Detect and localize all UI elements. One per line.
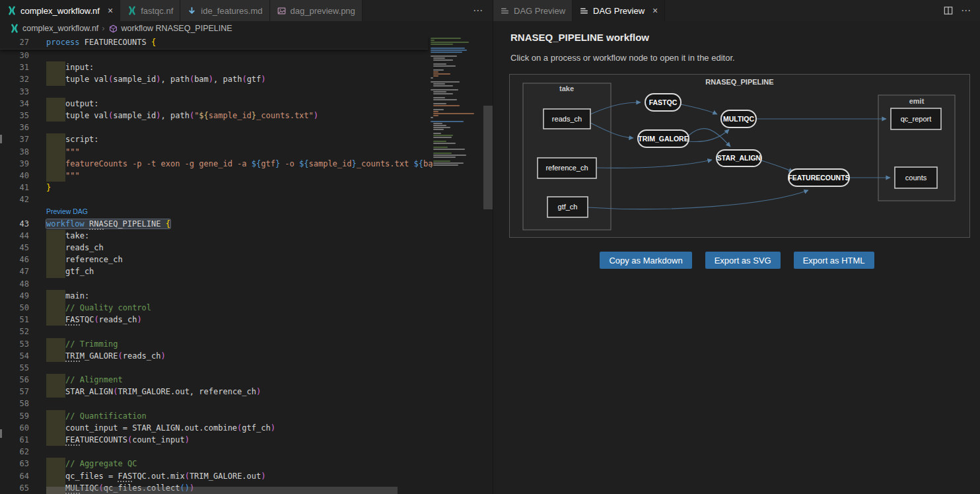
preview-icon: [500, 6, 510, 16]
line-number: 58: [0, 398, 29, 409]
code-line[interactable]: 34output:: [0, 98, 493, 110]
dag-process-node-MULTIQC[interactable]: MULTIQC: [721, 110, 756, 127]
code-line[interactable]: 64qc_files = FASTQC.out.mix(TRIM_GALORE.…: [0, 470, 493, 482]
svg-text:reference_ch: reference_ch: [545, 164, 588, 172]
editor-group-right: DAG Preview DAG Preview × ⋯ RNASEQ_PIPEL…: [493, 0, 980, 494]
code-line[interactable]: 51FASTQC(reads_ch): [0, 314, 493, 326]
code-line[interactable]: 35tuple val(sample_id), path("${sample_i…: [0, 110, 493, 122]
line-number: 30: [0, 50, 29, 61]
svg-text:gtf_ch: gtf_ch: [558, 203, 578, 211]
dag-process-node-TRIM_GALORE[interactable]: TRIM_GALORE: [638, 130, 689, 147]
code-line[interactable]: 48: [0, 278, 493, 290]
breadcrumb-symbol[interactable]: workflow RNASEQ_PIPELINE: [122, 24, 232, 33]
tab-dag-preview-inactive[interactable]: DAG Preview: [493, 0, 573, 21]
code-line[interactable]: 61FEATURECOUNTS(count_input): [0, 434, 493, 446]
code-line[interactable]: 60count_input = STAR_ALIGN.out.combine(g…: [0, 422, 493, 434]
dag-cluster-label: emit: [909, 97, 925, 105]
close-icon[interactable]: ×: [652, 6, 658, 15]
tab-complex-workflow[interactable]: complex_workflow.nf ×: [0, 0, 120, 21]
code-line[interactable]: 44take:: [0, 230, 493, 242]
split-editor-icon[interactable]: [943, 6, 953, 16]
tab-label: fastqc.nf: [141, 6, 173, 16]
tab-fastqc[interactable]: fastqc.nf: [120, 0, 180, 21]
more-actions-icon[interactable]: ⋯: [961, 5, 971, 17]
code-line[interactable]: 59// Quantification: [0, 410, 493, 422]
line-number: 49: [0, 290, 29, 302]
line-number: 42: [0, 194, 29, 205]
copy-as-markdown-button[interactable]: Copy as Markdown: [600, 252, 691, 269]
dag-process-node-STAR_ALIGN[interactable]: STAR_ALIGN: [717, 150, 761, 166]
export-as-svg-button[interactable]: Export as SVG: [705, 252, 781, 269]
line-number: 37: [0, 133, 29, 145]
breadcrumb: complex_workflow.nf › workflow RNASEQ_PI…: [0, 21, 493, 36]
tab-ide-features[interactable]: ide_features.md: [180, 0, 269, 21]
line-number: 53: [0, 338, 29, 350]
code-lines[interactable]: 3031input:32tuple val(sample_id), path(b…: [0, 50, 493, 494]
code-line[interactable]: 32tuple val(sample_id), path(bam), path(…: [0, 73, 493, 85]
code-line[interactable]: 56// Alignment: [0, 374, 493, 386]
right-tab-bar: DAG Preview DAG Preview × ⋯: [493, 0, 980, 21]
line-number: 64: [0, 470, 29, 482]
line-number: 51: [0, 314, 29, 326]
code-line[interactable]: 45reads_ch: [0, 242, 493, 254]
code-line[interactable]: 55: [0, 362, 493, 374]
line-number: 47: [0, 265, 29, 277]
close-icon[interactable]: ×: [108, 6, 113, 15]
line-number: 60: [0, 422, 29, 434]
codelens-preview-dag[interactable]: Preview DAG: [0, 205, 493, 217]
code-line[interactable]: 36: [0, 122, 493, 133]
code-line[interactable]: 40""": [0, 170, 493, 182]
export-as-html-button[interactable]: Export as HTML: [794, 252, 874, 269]
code-line[interactable]: 54TRIM_GALORE(reads_ch): [0, 350, 493, 362]
code-line[interactable]: 49main:: [0, 290, 493, 302]
tab-label: dag_preview.png: [291, 6, 355, 16]
minimap[interactable]: [428, 36, 483, 494]
tab-dag-preview-png[interactable]: dag_preview.png: [270, 0, 363, 21]
code-line[interactable]: 47gtf_ch: [0, 265, 493, 277]
dag-process-node-FEATURECOUNTS[interactable]: FEATURECOUNTS: [788, 169, 849, 186]
line-number: 65: [0, 482, 29, 494]
breadcrumb-file[interactable]: complex_workflow.nf: [22, 24, 98, 33]
svg-text:STAR_ALIGN: STAR_ALIGN: [717, 154, 761, 162]
code-line[interactable]: 31input:: [0, 61, 493, 73]
code-line[interactable]: 63// Aggregate QC: [0, 458, 493, 470]
code-line[interactable]: 41}: [0, 182, 493, 194]
code-line[interactable]: 30: [0, 50, 493, 61]
svg-text:qc_report: qc_report: [901, 115, 931, 123]
code-line[interactable]: 62: [0, 446, 493, 458]
line-number: 48: [0, 278, 29, 290]
code-line[interactable]: 46reference_ch: [0, 254, 493, 265]
dag-svg: RNASEQ_PIPELINEtakeemitreads_chreference…: [510, 75, 968, 236]
code-line[interactable]: 57STAR_ALIGN(TRIM_GALORE.out, reference_…: [0, 386, 493, 398]
code-line[interactable]: 42: [0, 194, 493, 205]
tab-dag-preview-active[interactable]: DAG Preview ×: [573, 0, 665, 21]
more-actions-icon[interactable]: ⋯: [473, 5, 483, 17]
line-number: 45: [0, 242, 29, 254]
dag-process-node-FASTQC[interactable]: FASTQC: [645, 94, 681, 111]
left-tab-bar: complex_workflow.nf × fastqc.nf ide_feat…: [0, 0, 493, 21]
line-number: 31: [0, 61, 29, 73]
line-number: 32: [0, 73, 29, 85]
dag-diagram: RNASEQ_PIPELINEtakeemitreads_chreference…: [509, 74, 970, 238]
vertical-scrollbar[interactable]: [483, 106, 493, 209]
code-line[interactable]: 33: [0, 86, 493, 98]
line-number: 40: [0, 170, 29, 182]
svg-text:FEATURECOUNTS: FEATURECOUNTS: [788, 174, 849, 182]
code-line[interactable]: 43workflow RNASEQ_PIPELINE {: [0, 218, 493, 230]
line-number: 36: [0, 122, 29, 133]
code-line[interactable]: 50// Quality control: [0, 302, 493, 314]
code-line[interactable]: 53// Trimming: [0, 338, 493, 350]
sticky-scroll-line[interactable]: 27process FEATURECOUNTS {: [0, 36, 428, 50]
code-editor[interactable]: 27process FEATURECOUNTS { 3031input:32tu…: [0, 36, 493, 494]
code-line[interactable]: 37script:: [0, 133, 493, 145]
line-number: 52: [0, 326, 29, 337]
code-line[interactable]: 38""": [0, 146, 493, 158]
arrow-down-icon: [187, 6, 197, 16]
code-line[interactable]: 58: [0, 398, 493, 409]
code-line[interactable]: 39featureCounts -p -t exon -g gene_id -a…: [0, 158, 493, 170]
horizontal-scrollbar[interactable]: [46, 487, 398, 494]
tab-label: DAG Preview: [514, 6, 565, 16]
code-line[interactable]: 52: [0, 326, 493, 337]
dag-edge-STAR_ALIGN-to-FEATURECOUNTS: [761, 160, 793, 172]
svg-text:MULTIQC: MULTIQC: [723, 115, 754, 123]
